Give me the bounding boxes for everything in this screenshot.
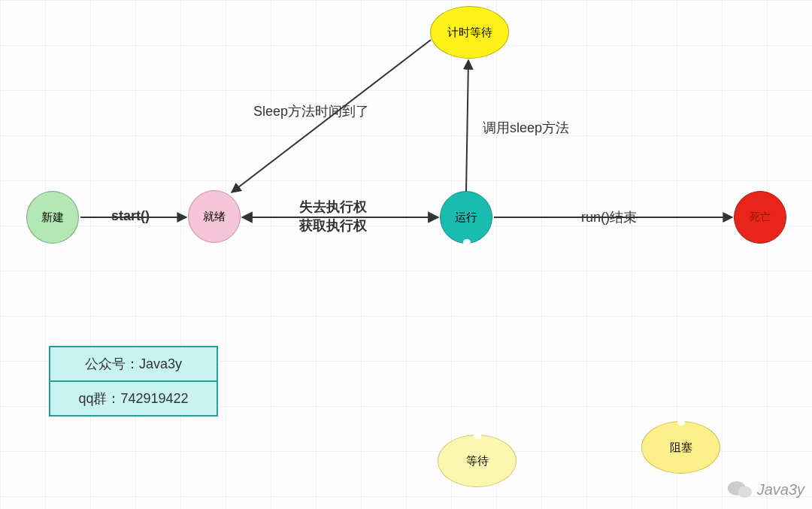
node-timed-wait-label: 计时等待: [447, 26, 492, 40]
node-ready-label: 就绪: [203, 210, 226, 224]
watermark-text: Java3y: [757, 481, 804, 498]
node-dead-label: 死亡: [750, 211, 771, 224]
edge-run-end-label: run()结束: [581, 208, 637, 226]
node-dead: 死亡: [734, 191, 786, 244]
info-line-1: 公众号：Java3y: [50, 347, 217, 382]
wechat-icon: [727, 479, 753, 500]
node-timed-wait: 计时等待: [430, 6, 509, 59]
edge-call-sleep-label: 调用sleep方法: [483, 119, 569, 137]
node-new-label: 新建: [41, 211, 64, 225]
node-new: 新建: [26, 191, 79, 244]
node-wait-label: 等待: [466, 454, 489, 468]
edge-gain-exec-label: 获取执行权: [299, 217, 367, 235]
info-box: 公众号：Java3y qq群：742919422: [49, 346, 218, 417]
node-block-label: 阻塞: [670, 441, 692, 455]
svg-point-6: [738, 486, 752, 498]
edge-start-label: start(): [111, 208, 150, 224]
edge-lose-exec-label: 失去执行权: [299, 198, 367, 216]
node-running-label: 运行: [455, 211, 477, 225]
node-running: 运行: [440, 191, 492, 244]
node-block: 阻塞: [641, 421, 720, 474]
info-line-2: qq群：742919422: [50, 382, 217, 415]
watermark: Java3y: [727, 479, 804, 500]
edge-sleep-timeout-label: Sleep方法时间到了: [253, 102, 369, 120]
node-wait: 等待: [438, 435, 517, 487]
node-ready: 就绪: [188, 190, 241, 243]
